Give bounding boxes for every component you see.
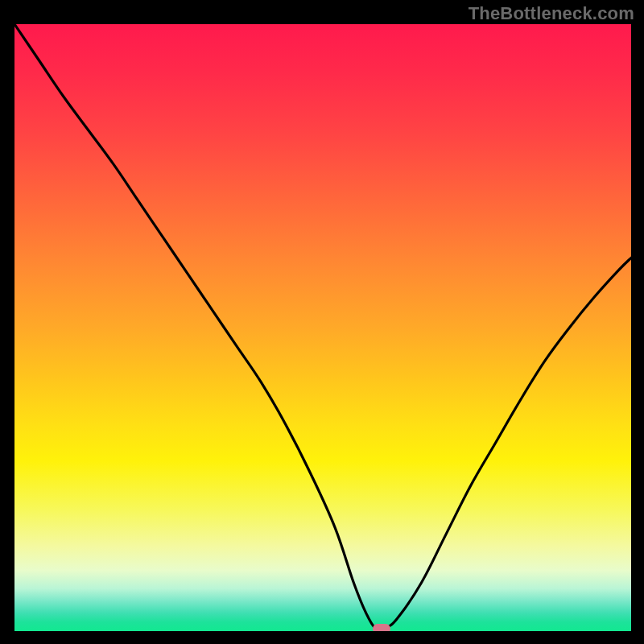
- minimum-marker: [373, 624, 390, 631]
- chart-frame: TheBottleneck.com: [0, 0, 644, 644]
- bottleneck-curve-path: [14, 24, 631, 630]
- watermark-text: TheBottleneck.com: [469, 3, 634, 24]
- curve-layer: [14, 24, 631, 631]
- plot-area: [14, 24, 631, 631]
